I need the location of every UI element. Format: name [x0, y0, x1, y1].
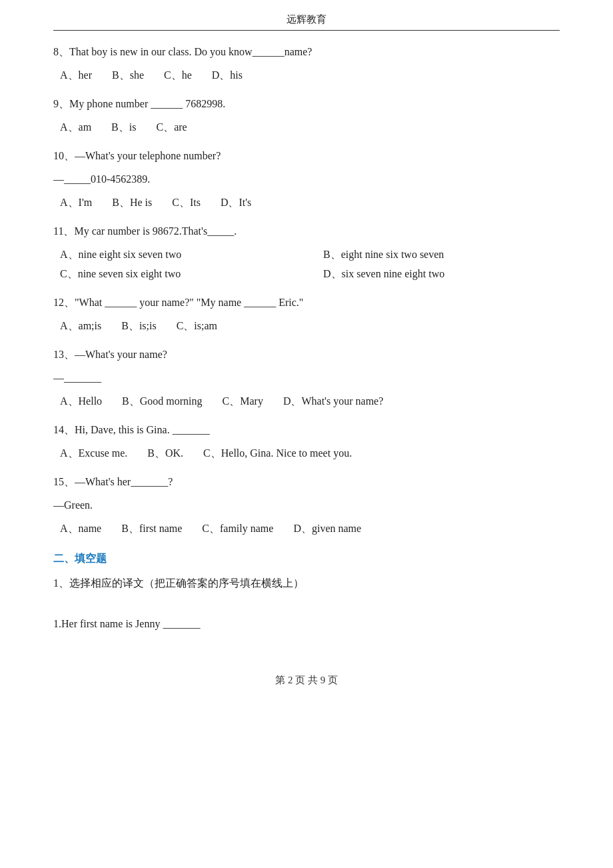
- option-12c: C、is;am: [177, 317, 217, 336]
- question-8-text: 8、That boy is new in our class. Do you k…: [53, 43, 560, 61]
- question-8-options: A、her B、she C、he D、his: [53, 66, 560, 85]
- option-15c: C、family name: [202, 519, 273, 539]
- option-13c: C、Mary: [223, 392, 263, 411]
- option-13d: D、What's your name?: [283, 392, 383, 411]
- question-12-text: 12、"What ______ your name?" "My name ___…: [53, 293, 560, 311]
- option-8d: D、his: [212, 66, 243, 85]
- option-12a: A、am;is: [60, 317, 101, 336]
- question-9-text: 9、My phone number ______ 7682998.: [53, 95, 560, 113]
- option-15d: D、given name: [293, 519, 361, 539]
- option-10c: C、Its: [172, 193, 201, 213]
- fill-item-1-text: 1.Her first name is Jenny _______: [53, 618, 200, 629]
- question-13-options: A、Hello B、Good morning C、Mary D、What's y…: [53, 392, 560, 411]
- question-9: 9、My phone number ______ 7682998. A、am B…: [53, 95, 560, 137]
- question-14-text: 14、Hi, Dave, this is Gina. _______: [53, 421, 560, 439]
- option-11b: B、eight nine six two seven: [323, 245, 560, 265]
- question-9-options: A、am B、is C、are: [53, 118, 560, 137]
- question-11-options: A、nine eight six seven two B、eight nine …: [53, 245, 560, 284]
- question-15-options: A、name B、first name C、family name D、give…: [53, 519, 560, 539]
- header-title: 远辉教育: [287, 14, 326, 25]
- fill-question-1-text: 1、选择相应的译文（把正确答案的序号填在横线上）: [53, 574, 560, 593]
- option-15a: A、name: [60, 519, 101, 539]
- option-8b: B、she: [112, 66, 144, 85]
- option-14c: C、Hello, Gina. Nice to meet you.: [203, 444, 352, 463]
- question-10-options: A、I'm B、He is C、Its D、It's: [53, 193, 560, 213]
- question-13: 13、—What's your name? —_______ A、Hello B…: [53, 345, 560, 411]
- question-10: 10、—What's your telephone number? —_____…: [53, 147, 560, 213]
- page-footer: 第 2 页 共 9 页: [53, 674, 560, 687]
- option-13a: A、Hello: [60, 392, 102, 411]
- question-14: 14、Hi, Dave, this is Gina. _______ A、Exc…: [53, 421, 560, 463]
- footer-text: 第 2 页 共 9 页: [275, 675, 338, 685]
- question-13-text2: —_______: [53, 369, 560, 387]
- section-2-title: 二、填空题: [53, 552, 560, 566]
- option-10a: A、I'm: [60, 193, 92, 213]
- option-11a: A、nine eight six seven two: [60, 245, 297, 265]
- fill-question-1: 1、选择相应的译文（把正确答案的序号填在横线上）: [53, 574, 560, 593]
- question-13-text1: 13、—What's your name?: [53, 345, 560, 363]
- question-10-text2: —_____010-4562389.: [53, 170, 560, 188]
- option-11d: D、six seven nine eight two: [323, 265, 560, 284]
- question-12-options: A、am;is B、is;is C、is;am: [53, 317, 560, 336]
- option-10b: B、He is: [112, 193, 152, 213]
- question-15-text1: 15、—What's her_______?: [53, 473, 560, 491]
- option-14a: A、Excuse me.: [60, 444, 127, 463]
- page-header: 远辉教育: [53, 13, 560, 31]
- question-15: 15、—What's her_______? —Green. A、name B、…: [53, 473, 560, 539]
- question-15-text2: —Green.: [53, 496, 560, 514]
- question-11-text: 11、My car number is 98672.That's_____.: [53, 222, 560, 240]
- option-9c: C、are: [156, 118, 187, 137]
- option-13b: B、Good morning: [122, 392, 202, 411]
- option-8a: A、her: [60, 66, 92, 85]
- question-10-text1: 10、—What's your telephone number?: [53, 147, 560, 165]
- option-9b: B、is: [111, 118, 136, 137]
- option-8c: C、he: [164, 66, 192, 85]
- question-12: 12、"What ______ your name?" "My name ___…: [53, 293, 560, 336]
- question-8: 8、That boy is new in our class. Do you k…: [53, 43, 560, 85]
- option-10d: D、It's: [221, 193, 251, 213]
- option-11c: C、nine seven six eight two: [60, 265, 297, 284]
- option-15b: B、first name: [121, 519, 182, 539]
- option-14b: B、OK.: [147, 444, 183, 463]
- fill-item-1: 1.Her first name is Jenny _______: [53, 615, 560, 634]
- option-12b: B、is;is: [121, 317, 156, 336]
- option-9a: A、am: [60, 118, 91, 137]
- question-14-options: A、Excuse me. B、OK. C、Hello, Gina. Nice t…: [53, 444, 560, 463]
- question-11: 11、My car number is 98672.That's_____. A…: [53, 222, 560, 284]
